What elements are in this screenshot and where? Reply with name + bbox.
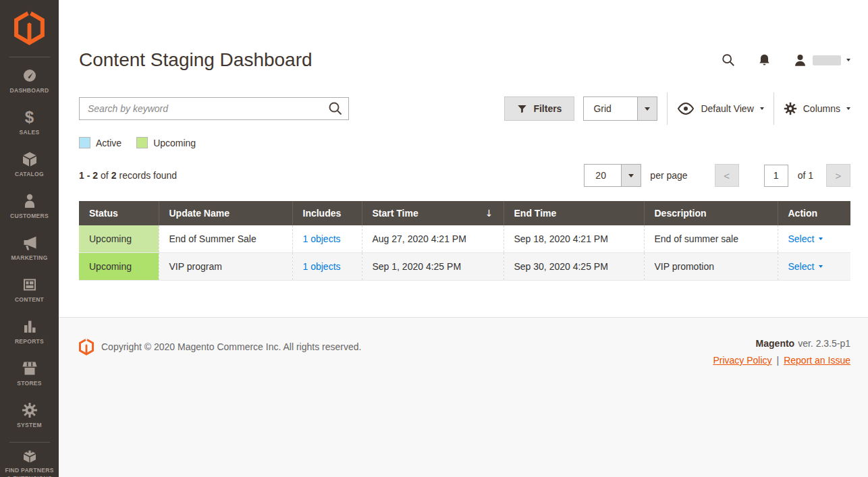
column-header-action[interactable]: Action [778, 201, 850, 225]
view-mode-value: Grid [584, 97, 637, 120]
admin-user-menu[interactable] [793, 53, 850, 67]
table-row: Upcoming VIP program 1 objects Sep 1, 20… [79, 253, 850, 281]
stores-icon [22, 360, 38, 376]
column-header-status[interactable]: Status [79, 201, 159, 225]
grid-toolbar: Filters Grid Default View [79, 92, 850, 125]
link-separator: | [777, 355, 780, 366]
start-time-cell: Aug 27, 2020 4:21 PM [362, 225, 504, 253]
page-content: Content Staging Dashboard [59, 0, 868, 317]
sidebar-item-stores[interactable]: STORES [0, 353, 59, 395]
user-icon [793, 53, 807, 67]
sidebar-item-system[interactable]: SYSTEM [0, 395, 59, 437]
page-header: Content Staging Dashboard [79, 0, 850, 73]
page-title: Content Staging Dashboard [79, 47, 313, 73]
magento-logo-icon [79, 338, 94, 356]
notifications-button[interactable] [757, 53, 771, 67]
sidebar-divider [9, 57, 50, 57]
includes-cell: 1 objects [292, 225, 362, 253]
sort-descending-icon[interactable]: ↓ [485, 208, 493, 219]
view-mode-select[interactable]: Grid [583, 96, 657, 121]
chevron-down-icon [846, 107, 850, 110]
column-header-end-time[interactable]: End Time [504, 201, 644, 225]
pagination: 20 per page < of 1 > [584, 164, 850, 187]
version-text: ver. 2.3.5-p1 [798, 338, 850, 349]
sidebar-item-label: CUSTOMERS [8, 213, 51, 220]
legend-active: Active [79, 137, 121, 148]
main-area: Content Staging Dashboard [59, 0, 868, 477]
report-issue-link[interactable]: Report an Issue [784, 355, 850, 366]
status-badge: Upcoming [79, 253, 159, 281]
status-legend: Active Upcoming [79, 137, 850, 148]
records-suffix: records found [119, 170, 178, 181]
table-header-row: Status Update Name Includes Start Time ↓… [79, 201, 850, 225]
footer-copyright-block: Copyright © 2020 Magento Commerce Inc. A… [79, 338, 361, 356]
sidebar-item-content[interactable]: CONTENT [0, 269, 59, 311]
chevron-down-icon [621, 165, 641, 186]
filters-button[interactable]: Filters [504, 96, 574, 121]
sidebar-item-find-partners[interactable]: FIND PARTNERS & EXTENSIONS [0, 443, 59, 477]
search-icon [721, 53, 736, 67]
update-name-cell: End of Summer Sale [159, 225, 292, 253]
footer-meta-block: Magento ver. 2.3.5-p1 Privacy Policy | R… [713, 338, 850, 366]
select-action-menu[interactable]: Select [788, 233, 823, 244]
includes-link[interactable]: 1 objects [303, 261, 341, 272]
search-submit-button[interactable] [327, 101, 344, 119]
status-badge: Upcoming [79, 225, 159, 253]
copyright-text: Copyright © 2020 Magento Commerce Inc. A… [101, 341, 361, 352]
includes-link[interactable]: 1 objects [303, 233, 341, 244]
magento-logo[interactable] [14, 0, 45, 57]
per-page-select[interactable]: 20 [584, 164, 641, 187]
chevron-down-icon [819, 237, 823, 240]
page-of-label: of 1 [798, 170, 813, 181]
column-header-description[interactable]: Description [644, 201, 778, 225]
sidebar-item-label: FIND PARTNERS & EXTENSIONS [0, 467, 59, 477]
page-number-input[interactable] [764, 165, 788, 187]
search-input[interactable] [79, 97, 349, 120]
column-header-update-name[interactable]: Update Name [159, 201, 292, 225]
action-cell: Select [778, 253, 850, 281]
brand-name: Magento [756, 338, 795, 349]
end-time-cell: Sep 30, 2020 4:25 PM [504, 253, 644, 281]
global-search-button[interactable] [721, 53, 736, 67]
records-of: of [101, 170, 109, 181]
sidebar-item-label: SYSTEM [15, 422, 44, 429]
records-total: 2 [111, 170, 117, 181]
sidebar-item-dashboard[interactable]: DASHBOARD [0, 60, 59, 102]
prev-page-button[interactable]: < [715, 164, 739, 187]
records-range: 1 - 2 [79, 170, 98, 181]
sales-icon: $ [25, 109, 34, 125]
update-name-cell: VIP program [159, 253, 292, 281]
sidebar-item-marketing[interactable]: MARKETING [0, 227, 59, 269]
start-time-cell: Sep 1, 2020 4:25 PM [362, 253, 504, 281]
sidebar-item-catalog[interactable]: CATALOG [0, 144, 59, 186]
sidebar-item-label: SALES [18, 129, 42, 136]
filters-label: Filters [533, 103, 562, 114]
next-page-button[interactable]: > [826, 164, 850, 187]
end-time-cell: Sep 18, 2020 4:21 PM [504, 225, 644, 253]
user-name-redacted [813, 55, 841, 65]
catalog-icon [22, 151, 38, 167]
chevron-down-icon [819, 265, 823, 268]
marketing-icon [22, 235, 38, 251]
staging-grid-table: Status Update Name Includes Start Time ↓… [79, 201, 850, 281]
column-header-includes[interactable]: Includes [292, 201, 362, 225]
description-cell: End of summer sale [644, 225, 778, 253]
column-header-label: Start Time [373, 208, 418, 219]
select-action-menu[interactable]: Select [788, 261, 823, 272]
columns-control[interactable]: Columns [784, 102, 850, 115]
sidebar-item-customers[interactable]: CUSTOMERS [0, 186, 59, 227]
magento-logo-icon [14, 10, 45, 45]
bell-icon [757, 53, 771, 67]
columns-label: Columns [803, 103, 840, 114]
column-header-start-time[interactable]: Start Time ↓ [362, 201, 504, 225]
search-icon [327, 101, 344, 117]
sidebar-item-reports[interactable]: REPORTS [0, 311, 59, 353]
sidebar-item-label: STORES [15, 380, 44, 387]
sidebar-item-sales[interactable]: $ SALES [0, 102, 59, 144]
default-view-control[interactable]: Default View [677, 103, 763, 115]
privacy-policy-link[interactable]: Privacy Policy [713, 355, 771, 366]
find-partners-icon [22, 447, 38, 464]
legend-active-label: Active [96, 138, 121, 148]
default-view-label: Default View [701, 103, 753, 114]
select-label: Select [788, 261, 815, 272]
